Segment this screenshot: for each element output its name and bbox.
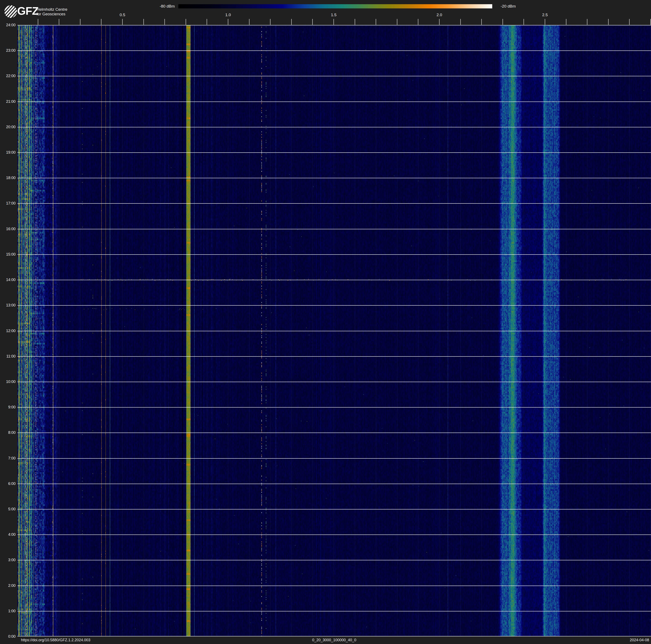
- freq-tick: [376, 19, 376, 25]
- freq-tick: [291, 19, 292, 25]
- freq-tick: [334, 19, 334, 25]
- time-label: 16:00: [0, 227, 16, 231]
- freq-tick: [439, 19, 439, 25]
- freq-tick: [355, 19, 355, 25]
- footer-dataset-id: 0_20_3000_100000_40_0: [18, 638, 651, 642]
- freq-tick: [38, 19, 38, 25]
- freq-tick: [650, 19, 651, 25]
- freq-tick: [270, 19, 271, 25]
- brand-subtitle: Helmholtz Centre for Geosciences: [36, 7, 67, 17]
- freq-tick: [587, 19, 587, 25]
- freq-tick-label: 0.5: [116, 12, 129, 17]
- time-label: 11:00: [0, 354, 16, 358]
- time-label: 17:00: [0, 201, 16, 205]
- time-label: 10:00: [0, 380, 16, 384]
- freq-tick: [122, 19, 123, 25]
- freq-tick: [481, 19, 482, 25]
- freq-tick: [207, 19, 207, 25]
- gfz-logo-icon: [4, 5, 17, 18]
- freq-tick: [460, 19, 461, 25]
- colorbar-min-label: -80 dBm: [151, 4, 175, 8]
- freq-tick: [186, 19, 186, 25]
- freq-tick: [312, 19, 313, 25]
- time-label: 1:00: [0, 609, 16, 613]
- freq-tick: [608, 19, 609, 25]
- time-label: 21:00: [0, 99, 16, 104]
- freq-tick: [397, 19, 397, 25]
- freq-tick: [164, 19, 165, 25]
- time-label: 12:00: [0, 329, 16, 333]
- freq-tick: [418, 19, 418, 25]
- time-label: 5:00: [0, 507, 16, 511]
- freq-tick: [524, 19, 524, 25]
- time-label: 2:00: [0, 583, 16, 588]
- freq-tick: [566, 19, 566, 25]
- time-label: 22:00: [0, 74, 16, 78]
- freq-tick: [101, 19, 101, 25]
- colorbar-max-label: -20 dBm: [501, 4, 530, 8]
- time-label: 13:00: [0, 303, 16, 307]
- time-label: 0:00: [0, 634, 16, 639]
- time-label: 24:00: [0, 23, 16, 27]
- time-label: 15:00: [0, 252, 16, 257]
- freq-tick: [228, 19, 228, 25]
- time-label: 14:00: [0, 277, 16, 282]
- time-label: 19:00: [0, 150, 16, 154]
- time-label: 18:00: [0, 176, 16, 180]
- freq-tick-label: 2.0: [433, 12, 445, 17]
- freq-tick-label: 1.5: [328, 12, 340, 17]
- time-label: 6:00: [0, 481, 16, 486]
- brand-text: GFZ: [17, 5, 38, 17]
- freq-tick: [629, 19, 629, 25]
- brand-subtitle-line2: for Geosciences: [36, 12, 67, 17]
- freq-tick: [59, 19, 59, 25]
- footer-date: 2024-04-08: [630, 638, 649, 642]
- freq-tick: [249, 19, 249, 25]
- freq-tick-label: 2.5: [539, 12, 551, 17]
- time-label: 8:00: [0, 431, 16, 435]
- freq-tick: [502, 19, 503, 25]
- brand-subtitle-line1: Helmholtz Centre: [36, 7, 67, 12]
- time-label: 3:00: [0, 558, 16, 562]
- time-label: 9:00: [0, 405, 16, 409]
- freq-tick: [545, 19, 545, 25]
- freq-tick-label: 1.0: [222, 12, 235, 17]
- time-label: 7:00: [0, 456, 16, 460]
- colorbar-gradient: [178, 4, 492, 8]
- spectrogram-page: GFZ Helmholtz Centre for Geosciences -80…: [0, 0, 651, 644]
- freq-tick: [144, 19, 144, 25]
- spectrogram-canvas: [18, 25, 651, 637]
- time-label: 20:00: [0, 125, 16, 129]
- freq-tick: [80, 19, 81, 25]
- time-label: 23:00: [0, 48, 16, 53]
- time-label: 4:00: [0, 532, 16, 536]
